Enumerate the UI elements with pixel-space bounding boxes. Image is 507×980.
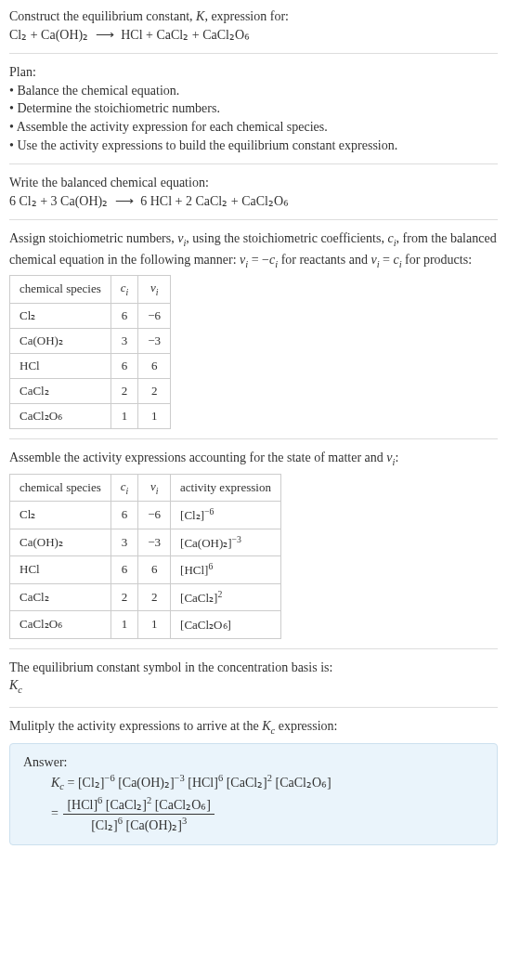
cell-c: 3 (110, 328, 138, 353)
intro-section: Construct the equilibrium constant, K, e… (9, 7, 498, 54)
cell-nu: 1 (138, 611, 171, 639)
numerator: [HCl]6 [CaCl₂]2 [CaCl₂O₆] (63, 794, 214, 815)
exp: 6 (98, 795, 102, 805)
term: [CaCl₂] (227, 776, 267, 790)
term: [Ca(OH)₂] (125, 818, 181, 832)
plan-title: Plan: (9, 63, 498, 82)
balanced-lhs: 6 Cl₂ + 3 Ca(OH)₂ (9, 194, 108, 208)
answer-box: Answer: Kc = [Cl₂]−6 [Ca(OH)₂]−3 [HCl]6 … (9, 743, 498, 844)
cell-activity: [HCl]6 (171, 556, 281, 584)
answer-expression: Kc = [Cl₂]−6 [Ca(OH)₂]−3 [HCl]6 [CaCl₂]2… (23, 772, 484, 794)
term: [Cl₂] (91, 818, 118, 832)
table-row: Ca(OH)₂3−3 (10, 328, 171, 353)
table-row: CaCl₂O₆11 (10, 404, 171, 429)
activity-section: Assemble the activity expressions accoun… (9, 449, 498, 648)
cell-species: CaCl₂ (10, 583, 111, 611)
equals: = (64, 776, 78, 790)
table-row: HCl66 (10, 353, 171, 378)
cell-c: 6 (110, 303, 138, 328)
activity-text-b: : (395, 451, 398, 464)
cell-c: 1 (110, 404, 138, 429)
plan-bullet-2: • Determine the stoichiometric numbers. (9, 99, 498, 118)
kc-symbol: Kc (9, 676, 498, 697)
table-row: CaCl₂O₆11[CaCl₂O₆] (10, 611, 281, 639)
intro-text: Construct the equilibrium constant, K, e… (9, 7, 498, 26)
activity-intro: Assemble the activity expressions accoun… (9, 449, 498, 469)
cell-c: 6 (110, 502, 138, 529)
col-ci: ci (110, 474, 138, 501)
symbol-text: The equilibrium constant symbol in the c… (9, 659, 498, 677)
col-nui: νi (138, 276, 171, 303)
cell-species: CaCl₂O₆ (10, 404, 111, 429)
col-activity: activity expression (171, 474, 281, 501)
stoich-text-a: Assign stoichiometric numbers, (9, 231, 177, 245)
cell-nu: 1 (138, 404, 171, 429)
term: [HCl] (188, 776, 218, 790)
exp: 2 (267, 773, 272, 783)
balanced-equation: 6 Cl₂ + 3 Ca(OH)₂ ⟶ 6 HCl + 2 CaCl₂ + Ca… (9, 192, 498, 211)
for-products: for products: (402, 253, 472, 267)
cell-species: CaCl₂O₆ (10, 611, 111, 639)
denominator: [Cl₂]6 [Ca(OH)₂]3 (63, 815, 214, 834)
exp: −6 (104, 773, 114, 783)
term: [Ca(OH)₂] (118, 776, 174, 790)
cell-nu: 2 (138, 379, 171, 404)
cell-c: 2 (110, 379, 138, 404)
col-ci: ci (110, 276, 138, 303)
stoich-section: Assign stoichiometric numbers, νi, using… (9, 229, 498, 439)
balanced-section: Write the balanced chemical equation: 6 … (9, 174, 498, 220)
unbalanced-equation: Cl₂ + Ca(OH)₂ ⟶ HCl + CaCl₂ + CaCl₂O₆ (9, 26, 498, 45)
stoich-intro: Assign stoichiometric numbers, νi, using… (9, 229, 498, 271)
exp: 3 (182, 816, 187, 826)
intro-line1b: , expression for: (204, 9, 289, 23)
cell-nu: −3 (138, 529, 171, 556)
balanced-title: Write the balanced chemical equation: (9, 174, 498, 192)
plan-section: Plan: • Balance the chemical equation. •… (9, 63, 498, 164)
col-species: chemical species (10, 276, 111, 303)
K-symbol: K (51, 776, 59, 790)
cell-c: 6 (110, 353, 138, 378)
table-header-row: chemical species ci νi activity expressi… (10, 474, 281, 501)
exp: 6 (218, 773, 223, 783)
cell-nu: −6 (138, 303, 171, 328)
cell-species: Ca(OH)₂ (10, 328, 111, 353)
cell-species: Cl₂ (10, 502, 111, 529)
symbol-section: The equilibrium constant symbol in the c… (9, 659, 498, 708)
table-row: CaCl₂22[CaCl₂]2 (10, 583, 281, 611)
col-species: chemical species (10, 474, 111, 501)
cell-species: CaCl₂ (10, 379, 111, 404)
cell-species: Ca(OH)₂ (10, 529, 111, 556)
cell-nu: 6 (138, 556, 171, 584)
mult-b: expression: (275, 719, 337, 733)
table-header-row: chemical species ci νi (10, 276, 171, 303)
cell-species: HCl (10, 353, 111, 378)
table-row: Cl₂6−6[Cl₂]−6 (10, 502, 281, 529)
plan-bullet-4: • Use the activity expressions to build … (9, 137, 498, 155)
term: [Cl₂] (78, 776, 105, 790)
term: [CaCl₂O₆] (155, 798, 211, 812)
cell-c: 1 (110, 611, 138, 639)
col-nui: νi (138, 474, 171, 501)
arrow-icon: ⟶ (92, 28, 118, 42)
table-row: CaCl₂22 (10, 379, 171, 404)
fraction: [HCl]6 [CaCl₂]2 [CaCl₂O₆] [Cl₂]6 [Ca(OH)… (63, 794, 214, 835)
stoich-text-b: , using the stoichiometric coefficients, (186, 231, 387, 245)
K-symbol: K (262, 719, 270, 733)
answer-label: Answer: (23, 753, 484, 772)
table-row: HCl66[HCl]6 (10, 556, 281, 584)
stoich-table: chemical species ci νi Cl₂6−6 Ca(OH)₂3−3… (9, 275, 171, 429)
activity-table: chemical species ci νi activity expressi… (9, 474, 281, 639)
cell-activity: [Cl₂]−6 (171, 502, 281, 529)
multiply-text: Mulitply the activity expressions to arr… (9, 717, 498, 738)
cell-activity: [CaCl₂]2 (171, 583, 281, 611)
activity-text-a: Assemble the activity expressions accoun… (9, 451, 386, 464)
cell-c: 2 (110, 583, 138, 611)
exp: 2 (147, 795, 151, 805)
plan-bullet-3: • Assemble the activity expression for e… (9, 118, 498, 137)
cell-activity: [CaCl₂O₆] (171, 611, 281, 639)
cell-species: HCl (10, 556, 111, 584)
for-reactants: for reactants and (278, 253, 370, 267)
intro-line1: Construct the equilibrium constant, (9, 9, 196, 23)
cell-c: 3 (110, 529, 138, 556)
exp: −3 (175, 773, 185, 783)
